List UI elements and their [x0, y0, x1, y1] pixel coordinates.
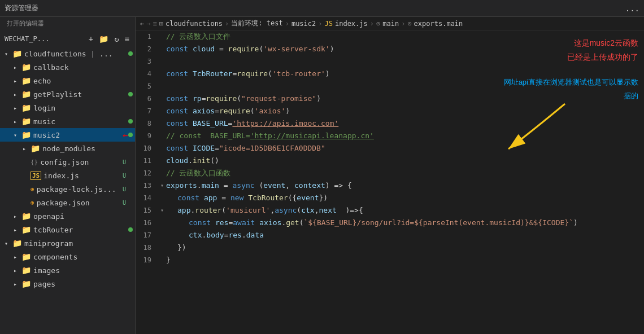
breadcrumb-main[interactable]: main	[382, 20, 399, 28]
line-content	[166, 55, 644, 68]
nav-forward[interactable]: →	[146, 20, 150, 28]
breadcrumb-icon: ≡	[153, 20, 156, 28]
dot-green	[128, 133, 133, 137]
tree-item-miniprogram[interactable]: ▾📁 miniprogram	[0, 236, 135, 250]
code-line: 6const rp=require("request-promise")	[136, 93, 644, 105]
line-number: 1	[136, 30, 158, 43]
line-number: 18	[136, 241, 158, 254]
tree-item-images[interactable]: ▸📁 images	[0, 263, 135, 277]
folder-arrow: ▸	[14, 254, 21, 260]
tree-item-getPlaylist[interactable]: ▸📁 getPlaylist	[0, 87, 135, 101]
tree-item-pages[interactable]: ▸📁 pages	[0, 277, 135, 291]
file-tree: ▾📁 cloudfunctions | ... ▸📁 callback ▸📁 e…	[0, 47, 135, 334]
line-content: exports.main = async (event, context) =>…	[166, 179, 644, 192]
code-line: 10const ICODE="icode=1D5DB6E1CFA0DDDB"	[136, 142, 644, 155]
dot-none	[128, 241, 133, 245]
dot-green	[128, 119, 133, 124]
line-content: ctx.body=res.data	[166, 229, 644, 241]
code-line: 19}	[136, 254, 644, 266]
line-content: // 云函数入口函数	[166, 167, 644, 179]
nav-back[interactable]: ←	[140, 20, 144, 28]
tree-item-echo[interactable]: ▸📁 echo	[0, 74, 135, 87]
tree-item-index.js[interactable]: JS index.js U	[0, 169, 135, 182]
folder-icon: 📁	[31, 144, 40, 153]
new-file-button[interactable]: +	[88, 33, 94, 45]
code-line: 14const app = new TcbRouter({event})	[136, 192, 644, 204]
dot-none	[128, 106, 133, 110]
line-content: // const BASE_URL='http://musicapi.leana…	[166, 130, 644, 142]
tree-label: package-lock.js...	[37, 185, 120, 194]
breadcrumb-exports-main[interactable]: exports.main	[414, 20, 463, 28]
line-number: 13	[136, 179, 158, 192]
line-number: 2	[136, 43, 158, 55]
tree-label: login	[33, 104, 128, 112]
code-line: 5	[136, 80, 644, 93]
line-number: 9	[136, 130, 158, 142]
dot-none	[128, 65, 133, 69]
code-line: 16const res=await axios.get(`${BASE_URL}…	[136, 217, 644, 229]
line-number: 8	[136, 117, 158, 130]
tree-item-tcbRouter[interactable]: ▸📁 tcbRouter	[0, 223, 135, 236]
folder-icon: 📁	[21, 266, 31, 275]
folder-icon: 📁	[21, 279, 31, 288]
collapse-button[interactable]: ≡	[124, 33, 130, 45]
dot-none	[128, 173, 133, 178]
tree-item-login[interactable]: ▸📁 login	[0, 101, 135, 115]
tree-label: callback	[33, 63, 128, 72]
new-folder-button[interactable]: 📁	[98, 33, 110, 45]
dot-none	[128, 282, 133, 286]
tree-item-callback[interactable]: ▸📁 callback	[0, 60, 135, 74]
folder-arrow: ▸	[14, 118, 21, 125]
line-number: 5	[136, 80, 158, 93]
refresh-button[interactable]: ↻	[113, 33, 120, 45]
dot-none	[128, 254, 133, 259]
tree-label: openapi	[33, 212, 128, 221]
tree-item-package.json[interactable]: ⊕ package.json U	[0, 196, 135, 209]
line-number: 10	[136, 142, 158, 155]
tree-label: miniprogram	[24, 239, 128, 248]
breadcrumb-js-icon: JS	[325, 20, 333, 28]
folder-arrow: ▸	[14, 213, 21, 219]
editor-area: 1// 云函数入口文件2const cloud = require('wx-se…	[136, 30, 644, 334]
breadcrumb-music2[interactable]: music2	[291, 20, 316, 28]
folder-arrow: ▸	[14, 267, 21, 274]
sidebar-section: 打开的编辑器	[0, 17, 135, 31]
folder-icon: 📁	[21, 225, 31, 234]
fold-arrow: ▾	[158, 179, 166, 192]
breadcrumb-cf[interactable]: cloudfunctions	[166, 20, 223, 28]
dot-green	[128, 51, 133, 56]
tree-label: cloudfunctions | ...	[24, 50, 128, 58]
tree-label: music2	[33, 131, 120, 139]
tree-label: package.json	[37, 199, 120, 207]
code-line: 13▾exports.main = async (event, context)…	[136, 179, 644, 192]
tree-item-config.json[interactable]: {} config.json U	[0, 155, 135, 169]
tree-label: tcbRouter	[33, 226, 128, 234]
topbar-dots: ...	[625, 4, 639, 13]
line-content: const BASE_URL='https://apis.imooc.com'	[166, 117, 644, 130]
tree-item-cloudfunctions[interactable]: ▾📁 cloudfunctions | ...	[0, 47, 135, 60]
tree-item-music[interactable]: ▸📁 music	[0, 115, 135, 128]
code-line: 17ctx.body=res.data	[136, 229, 644, 241]
tree-item-components[interactable]: ▸📁 components	[0, 250, 135, 263]
code-line: 9// const BASE_URL='http://musicapi.lean…	[136, 130, 644, 142]
line-content: })	[166, 241, 644, 254]
breadcrumb-indexjs[interactable]: index.js	[335, 20, 368, 28]
badge-u: U	[123, 173, 126, 179]
folder-icon: 📁	[21, 117, 31, 126]
tree-item-openapi[interactable]: ▸📁 openapi	[0, 209, 135, 223]
js-icon: JS	[31, 172, 41, 180]
tree-item-music2[interactable]: ▾📁 music2 ←	[0, 128, 135, 142]
tree-item-package-lock.js[interactable]: ⊕ package-lock.js... U	[0, 182, 135, 196]
folder-arrow: ▾	[5, 51, 12, 57]
breadcrumb-icon2: ⊞	[159, 20, 163, 28]
breadcrumb-env[interactable]: 当前环境: test	[231, 19, 282, 28]
dot-none	[128, 200, 133, 205]
project-name: WECHAT_P...	[5, 35, 84, 43]
line-content: const axios=require('axios')	[166, 105, 644, 117]
code-editor[interactable]: 1// 云函数入口文件2const cloud = require('wx-se…	[136, 30, 644, 334]
code-line: 8const BASE_URL='https://apis.imooc.com'	[136, 117, 644, 130]
tree-item-node_modules[interactable]: ▸📁 node_modules	[0, 142, 135, 155]
folder-arrow: ▸	[14, 64, 21, 71]
folder-icon: 📁	[12, 239, 22, 248]
folder-arrow: ▸	[14, 227, 21, 233]
